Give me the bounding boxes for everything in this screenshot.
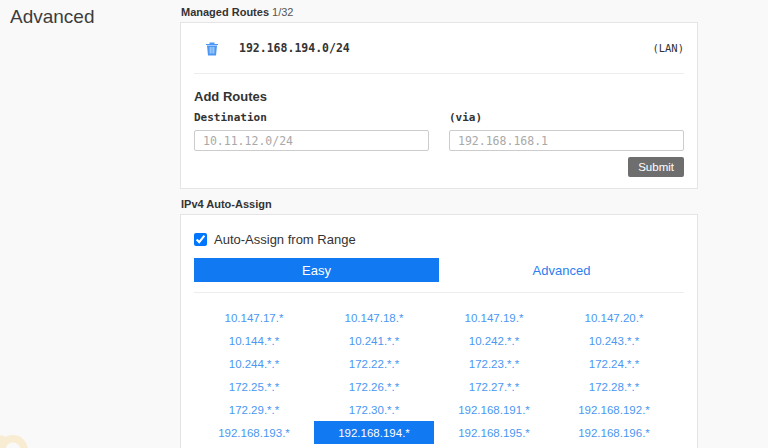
managed-routes-card: 192.168.194.0/24 (LAN) Add Routes Destin… — [180, 22, 698, 189]
range-cell[interactable]: 192.168.192.* — [554, 398, 674, 421]
range-cell[interactable]: 172.22.*.* — [314, 352, 434, 375]
auto-assign-checkbox[interactable] — [194, 233, 207, 246]
range-cell[interactable]: 10.147.19.* — [434, 306, 554, 329]
range-cell[interactable]: 10.244.*.* — [194, 352, 314, 375]
managed-routes-section-label: Managed Routes1/32 — [181, 6, 698, 18]
range-cell[interactable]: 172.29.*.* — [194, 398, 314, 421]
range-cell[interactable]: 172.23.*.* — [434, 352, 554, 375]
destination-input[interactable] — [194, 130, 429, 151]
destination-label: Destination — [194, 111, 429, 124]
tab-advanced[interactable]: Advanced — [439, 258, 684, 282]
range-cell[interactable]: 172.30.*.* — [314, 398, 434, 421]
range-cell[interactable]: 172.26.*.* — [314, 375, 434, 398]
range-cell[interactable]: 192.168.191.* — [434, 398, 554, 421]
destination-field-group: Destination — [194, 111, 429, 151]
route-row: 192.168.194.0/24 (LAN) — [181, 23, 697, 73]
range-cell[interactable]: 10.147.18.* — [314, 306, 434, 329]
add-route-form: Destination (via) — [194, 111, 684, 151]
range-cell[interactable]: 10.144.*.* — [194, 329, 314, 352]
route-target: 192.168.194.0/24 — [239, 41, 350, 55]
range-cell[interactable]: 10.147.17.* — [194, 306, 314, 329]
divider — [194, 292, 684, 293]
route-via-badge: (LAN) — [652, 42, 684, 54]
ip-range-grid: 10.147.17.* 10.147.18.* 10.147.19.* 10.1… — [194, 306, 697, 444]
ipv4-auto-assign-card: Auto-Assign from Range Easy Advanced 10.… — [180, 214, 698, 448]
delete-route-button[interactable] — [205, 40, 219, 56]
auto-assign-checkbox-label: Auto-Assign from Range — [214, 232, 356, 247]
trash-icon — [205, 40, 219, 56]
range-cell[interactable]: 172.28.*.* — [554, 375, 674, 398]
tab-easy[interactable]: Easy — [194, 258, 439, 282]
range-cell[interactable]: 192.168.193.* — [194, 421, 314, 444]
range-cell[interactable]: 172.25.*.* — [194, 375, 314, 398]
managed-routes-label: Managed Routes — [181, 6, 269, 18]
assign-mode-tabs: Easy Advanced — [194, 258, 684, 282]
range-cell[interactable]: 10.242.*.* — [434, 329, 554, 352]
decorative-corner-shape — [0, 430, 32, 448]
submit-button[interactable]: Submit — [628, 157, 684, 177]
ipv4-auto-assign-section-label: IPv4 Auto-Assign — [181, 198, 698, 210]
submit-row: Submit — [194, 157, 684, 177]
divider — [194, 73, 684, 74]
range-cell[interactable]: 192.168.195.* — [434, 421, 554, 444]
auto-assign-checkbox-row: Auto-Assign from Range — [194, 232, 684, 247]
add-routes-title: Add Routes — [194, 89, 684, 104]
settings-panel: Managed Routes1/32 192.168.194.0/24 (LAN… — [180, 4, 698, 448]
range-cell[interactable]: 192.168.194.* — [314, 421, 434, 444]
range-cell[interactable]: 10.243.*.* — [554, 329, 674, 352]
range-cell[interactable]: 192.168.196.* — [554, 421, 674, 444]
via-field-group: (via) — [449, 111, 684, 151]
range-cell[interactable]: 10.241.*.* — [314, 329, 434, 352]
range-cell[interactable]: 10.147.20.* — [554, 306, 674, 329]
range-cell[interactable]: 172.27.*.* — [434, 375, 554, 398]
via-input[interactable] — [449, 130, 684, 151]
range-cell[interactable]: 172.24.*.* — [554, 352, 674, 375]
page-title: Advanced — [10, 6, 95, 28]
via-label: (via) — [449, 111, 684, 124]
managed-routes-count: 1/32 — [272, 6, 293, 18]
